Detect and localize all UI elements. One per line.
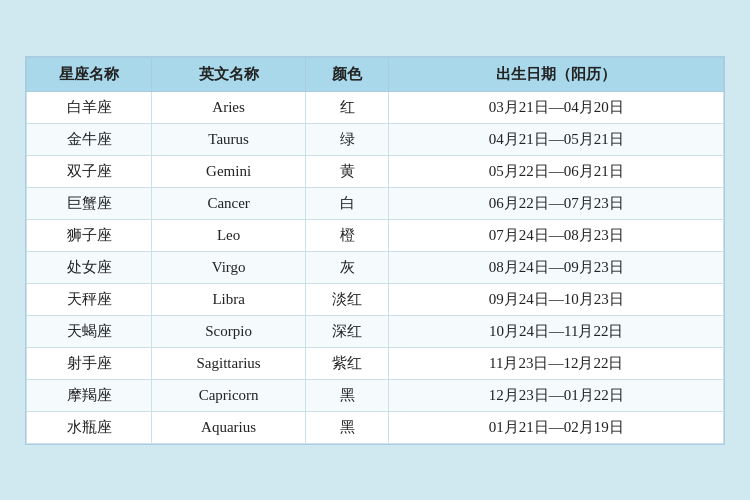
zodiac-table-wrapper: 星座名称 英文名称 颜色 出生日期（阳历） 白羊座Aries红03月21日—04… [25,56,725,445]
table-row: 水瓶座Aquarius黑01月21日—02月19日 [27,411,724,443]
cell-en: Virgo [152,251,305,283]
cell-color: 黄 [305,155,389,187]
cell-date: 01月21日—02月19日 [389,411,724,443]
table-row: 射手座Sagittarius紫红11月23日—12月22日 [27,347,724,379]
cell-date: 10月24日—11月22日 [389,315,724,347]
cell-date: 06月22日—07月23日 [389,187,724,219]
cell-en: Taurus [152,123,305,155]
header-date: 出生日期（阳历） [389,57,724,91]
cell-color: 黑 [305,379,389,411]
cell-en: Gemini [152,155,305,187]
table-row: 金牛座Taurus绿04月21日—05月21日 [27,123,724,155]
table-row: 双子座Gemini黄05月22日—06月21日 [27,155,724,187]
header-zh: 星座名称 [27,57,152,91]
cell-date: 05月22日—06月21日 [389,155,724,187]
zodiac-table: 星座名称 英文名称 颜色 出生日期（阳历） 白羊座Aries红03月21日—04… [26,57,724,444]
cell-color: 淡红 [305,283,389,315]
table-row: 巨蟹座Cancer白06月22日—07月23日 [27,187,724,219]
table-row: 天秤座Libra淡红09月24日—10月23日 [27,283,724,315]
cell-zh: 狮子座 [27,219,152,251]
cell-color: 绿 [305,123,389,155]
cell-date: 08月24日—09月23日 [389,251,724,283]
cell-date: 09月24日—10月23日 [389,283,724,315]
cell-date: 03月21日—04月20日 [389,91,724,123]
cell-color: 白 [305,187,389,219]
cell-date: 04月21日—05月21日 [389,123,724,155]
cell-zh: 处女座 [27,251,152,283]
cell-zh: 巨蟹座 [27,187,152,219]
cell-color: 红 [305,91,389,123]
cell-zh: 双子座 [27,155,152,187]
cell-date: 07月24日—08月23日 [389,219,724,251]
table-body: 白羊座Aries红03月21日—04月20日金牛座Taurus绿04月21日—0… [27,91,724,443]
cell-date: 12月23日—01月22日 [389,379,724,411]
cell-en: Capricorn [152,379,305,411]
cell-zh: 天秤座 [27,283,152,315]
cell-en: Libra [152,283,305,315]
cell-en: Cancer [152,187,305,219]
cell-zh: 金牛座 [27,123,152,155]
cell-en: Sagittarius [152,347,305,379]
cell-color: 紫红 [305,347,389,379]
cell-color: 橙 [305,219,389,251]
table-row: 摩羯座Capricorn黑12月23日—01月22日 [27,379,724,411]
cell-color: 深红 [305,315,389,347]
cell-zh: 射手座 [27,347,152,379]
cell-en: Aries [152,91,305,123]
cell-date: 11月23日—12月22日 [389,347,724,379]
cell-en: Scorpio [152,315,305,347]
cell-zh: 摩羯座 [27,379,152,411]
cell-en: Leo [152,219,305,251]
cell-zh: 水瓶座 [27,411,152,443]
cell-zh: 白羊座 [27,91,152,123]
cell-en: Aquarius [152,411,305,443]
header-en: 英文名称 [152,57,305,91]
cell-zh: 天蝎座 [27,315,152,347]
table-row: 白羊座Aries红03月21日—04月20日 [27,91,724,123]
cell-color: 黑 [305,411,389,443]
table-header-row: 星座名称 英文名称 颜色 出生日期（阳历） [27,57,724,91]
header-color: 颜色 [305,57,389,91]
table-row: 处女座Virgo灰08月24日—09月23日 [27,251,724,283]
table-row: 狮子座Leo橙07月24日—08月23日 [27,219,724,251]
cell-color: 灰 [305,251,389,283]
table-row: 天蝎座Scorpio深红10月24日—11月22日 [27,315,724,347]
